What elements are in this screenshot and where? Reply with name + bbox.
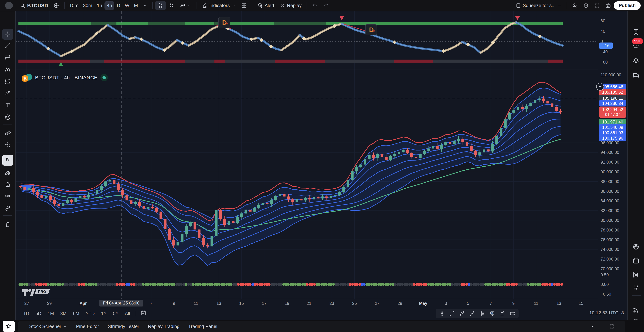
bars-pattern-icon [479,310,485,316]
sidebar-chat-button[interactable] [631,71,641,80]
time-tick: 7 [490,301,492,306]
alert-button[interactable]: Alert [254,1,277,10]
publish-button[interactable]: Publish [614,1,641,10]
drawing-mode-tool[interactable] [2,167,13,178]
quick-path-button[interactable] [458,310,466,318]
price-tick: 70,000.00 [600,266,619,271]
quick-price-label-button[interactable]: $ [488,310,497,318]
xabcd-pattern-tool[interactable] [2,64,13,75]
chart-style-alt-button[interactable] [166,1,177,10]
chart-area[interactable]: DD ₿ BTCUSDT · 4h · BINANCE PRO [16,12,598,298]
forecast-tool[interactable] [2,76,13,87]
status-replay-trading[interactable]: Replay Trading [144,324,184,329]
brush-tool[interactable] [2,88,13,99]
lock-drawings-tool[interactable] [2,179,13,190]
range-All-button[interactable]: All [122,310,133,318]
crosshair-tool[interactable] [2,29,13,40]
interval-D[interactable]: D [114,1,122,10]
quick-cross-line-button[interactable] [468,310,477,318]
status-trading-panel[interactable]: Trading Panel [184,324,222,329]
range-5Y-button[interactable]: 5Y [110,310,121,318]
path-icon [459,310,465,316]
indicators-button[interactable]: Indicators [199,1,238,10]
sidebar-hotlists-button[interactable] [631,242,641,252]
quick-price-range-button[interactable] [498,310,507,318]
sidebar-calendar-button[interactable] [631,256,641,266]
magnet-tool[interactable] [2,155,13,166]
crosshair-plus-button[interactable]: + [596,83,604,90]
panel-maximize-button[interactable] [605,324,619,329]
time-tick: 27 [24,301,29,306]
clock-timezone-button[interactable]: 10:12:53 UTC+8 [589,310,624,316]
time-tick: 21 [307,301,312,306]
sidebar-data-window-button[interactable] [631,283,641,292]
undo-button[interactable] [309,1,320,10]
quick-trend-line-button[interactable] [448,310,456,318]
tradingview-pro-logo[interactable]: PRO [22,288,50,297]
compare-add-symbol-button[interactable] [51,1,62,10]
zoom-in-tool[interactable] [2,140,13,150]
range-1Y-button[interactable]: 1Y [98,310,109,318]
quick-search-button[interactable] [569,1,580,10]
interval-menu-button[interactable] [140,1,150,10]
layout-box-icon [515,3,521,8]
panel-collapse-button[interactable] [586,324,600,329]
sidebar-watchlist-button[interactable] [631,27,641,37]
replay-button[interactable]: Replay [277,1,304,10]
sync-drawings-tool[interactable] [2,203,13,214]
star-icon [5,322,12,330]
favorites-star-button[interactable] [3,320,15,332]
status-pine-editor[interactable]: Pine Editor [72,324,103,329]
remove-drawings-tool[interactable] [2,219,13,230]
redo-icon [323,3,329,8]
price-label-blue: 100,175.96 [599,135,626,141]
redo-button[interactable] [320,1,332,10]
text-tool[interactable] [2,100,13,110]
price-tick: 76,000.00 [600,237,619,242]
ruler-tool[interactable] [2,128,13,138]
interval-W[interactable]: W [122,1,132,10]
interval-M[interactable]: M [132,1,140,10]
quick-bars-pattern-button[interactable] [478,310,487,318]
range-YTD-button[interactable]: YTD [83,310,98,318]
fullscreen-button[interactable] [592,1,602,10]
quick-rectangle-button[interactable] [508,310,517,318]
snapshot-button[interactable] [602,1,614,10]
favorite-drawings-bar[interactable]: $ [436,309,518,318]
fib-retracement-tool[interactable] [2,52,13,63]
market-status-dot[interactable] [100,74,108,81]
chart-legend[interactable]: ₿ BTCUSDT · 4h · BINANCE [22,74,108,82]
status-stock-screener[interactable]: Stock Screener [25,324,72,329]
interval-15m[interactable]: 15m [67,1,81,10]
interval-4h[interactable]: 4h [104,1,114,10]
price-axis[interactable]: 110,000.0096,000.0094,000.0092,000.0090,… [598,12,627,298]
main-menu-button[interactable] [5,2,13,10]
range-3M-button[interactable]: 3M [58,310,70,318]
interval-1h[interactable]: 1h [94,1,104,10]
sidebar-object-tree-button[interactable] [631,56,641,66]
range-1M-button[interactable]: 1M [45,310,57,318]
trend-line-tool[interactable] [2,40,13,51]
interval-30m[interactable]: 30m [81,1,94,10]
range-5D-button[interactable]: 5D [33,310,44,318]
sidebar-ideas-flow-button[interactable] [631,270,641,280]
indicator-templates-button[interactable] [238,1,250,10]
symbol-search-button[interactable]: BTCUSD [17,1,51,10]
hide-drawings-tool[interactable] [2,191,13,202]
chart-style-candles-button[interactable] [155,1,166,10]
legend-symbol-text[interactable]: BTCUSDT · 4h · BINANCE [35,75,98,80]
range-1D-button[interactable]: 1D [21,310,32,318]
range-6M-button[interactable]: 6M [70,310,82,318]
svg-text:D: D [369,26,374,34]
layout-select-button[interactable]: Squeeze for s... [513,1,564,10]
sidebar-news-button[interactable] [631,305,641,315]
time-tick: 9 [173,301,175,306]
chart-settings-button[interactable] [580,1,592,10]
quick-drag-handle-button[interactable] [438,310,446,318]
line-style-button[interactable] [177,1,194,10]
status-strategy-tester[interactable]: Strategy Tester [103,324,144,329]
time-axis[interactable]: Fri 04 Apr '25 08:00 2729Apr791113151719… [16,298,598,308]
goto-date-button[interactable] [138,309,149,318]
emoji-tool[interactable] [2,112,13,122]
chart-plot[interactable]: DD [16,12,598,298]
